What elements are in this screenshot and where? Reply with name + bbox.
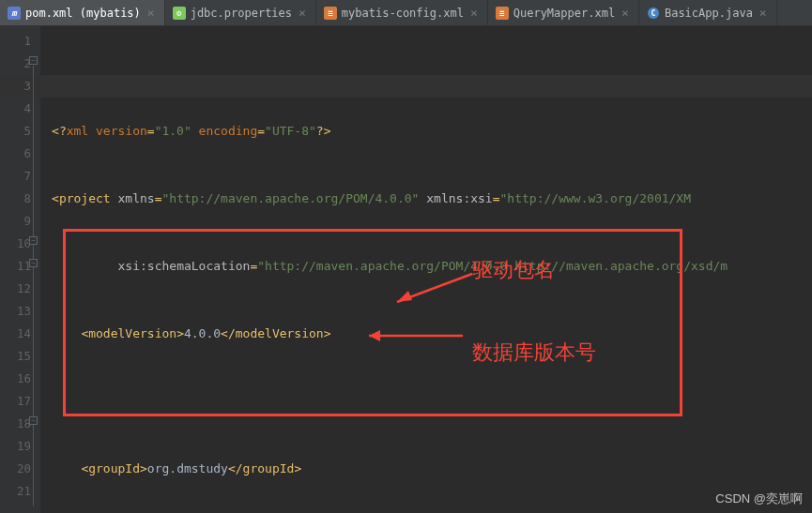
- line-number: 9: [17, 210, 31, 233]
- fold-toggle-icon[interactable]: −: [29, 416, 38, 425]
- tab-label: pom.xml (mybatis): [25, 7, 141, 20]
- tab-basicapp[interactable]: C BasicApp.java ×: [639, 0, 777, 25]
- properties-icon: ⚙: [173, 7, 186, 20]
- editor-area: 1 2 3 4 5 6 7 8 9 10 11 12 13 14 15 16 1…: [0, 26, 812, 513]
- close-icon[interactable]: ×: [620, 6, 631, 20]
- line-number: 1: [17, 30, 31, 53]
- close-icon[interactable]: ×: [758, 6, 769, 20]
- line-number: 7: [17, 165, 31, 188]
- code-line: <?xml version="1.0" encoding="UTF-8"?>: [52, 120, 812, 143]
- line-number: 14: [17, 323, 31, 345]
- maven-icon: m: [8, 7, 21, 20]
- annotation-label-version: 数据库版本号: [472, 341, 596, 364]
- watermark: CSDN @奕崽啊: [715, 490, 803, 507]
- fold-toggle-icon[interactable]: −: [29, 259, 38, 267]
- code-line: xsi:schemaLocation="http://maven.apache.…: [52, 255, 812, 278]
- xml-icon: ≡: [324, 7, 337, 20]
- svg-marker-3: [397, 291, 412, 302]
- line-number: 6: [17, 143, 31, 165]
- tab-querymapper[interactable]: ≡ QueryMapper.xml ×: [488, 0, 639, 25]
- line-number: 4: [17, 98, 31, 120]
- tab-pom[interactable]: m pom.xml (mybatis) ×: [0, 0, 165, 25]
- close-icon[interactable]: ×: [297, 6, 308, 20]
- line-number: 12: [17, 278, 31, 300]
- line-number: 3: [0, 75, 40, 98]
- line-number: 20: [17, 458, 31, 480]
- line-gutter: 1 2 3 4 5 6 7 8 9 10 11 12 13 14 15 16 1…: [0, 26, 40, 513]
- tab-label: jdbc.properties: [191, 7, 292, 20]
- editor-tabs: m pom.xml (mybatis) × ⚙ jdbc.properties …: [0, 0, 812, 26]
- code-line: <groupId>org.dmstudy</groupId>: [52, 458, 812, 480]
- line-number: 17: [17, 390, 31, 413]
- code-line: <modelVersion>4.0.0</modelVersion>: [52, 323, 812, 345]
- svg-line-2: [397, 274, 472, 302]
- line-number: 21: [17, 480, 31, 503]
- tab-jdbc[interactable]: ⚙ jdbc.properties ×: [165, 0, 316, 25]
- line-number: 13: [17, 300, 31, 323]
- tab-label: BasicApp.java: [665, 7, 753, 20]
- xml-icon: ≡: [496, 7, 509, 20]
- line-number: 8: [17, 188, 31, 210]
- code-line: <project xmlns="http://maven.apache.org/…: [52, 188, 812, 210]
- svg-text:C: C: [651, 9, 656, 18]
- line-number: 15: [17, 345, 31, 368]
- fold-toggle-icon[interactable]: −: [29, 56, 38, 65]
- java-icon: C: [647, 7, 660, 20]
- tab-label: QueryMapper.xml: [513, 7, 615, 20]
- tab-mybatis-config[interactable]: ≡ mybatis-config.xml ×: [316, 0, 488, 25]
- line-number: 5: [17, 120, 31, 143]
- close-icon[interactable]: ×: [146, 6, 157, 20]
- code-line: [52, 390, 812, 413]
- tab-label: mybatis-config.xml: [342, 7, 464, 20]
- line-number: 16: [17, 368, 31, 390]
- code-area[interactable]: <?xml version="1.0" encoding="UTF-8"?> <…: [40, 26, 812, 513]
- fold-toggle-icon[interactable]: −: [29, 236, 38, 245]
- line-number: 19: [17, 435, 31, 458]
- close-icon[interactable]: ×: [468, 6, 480, 20]
